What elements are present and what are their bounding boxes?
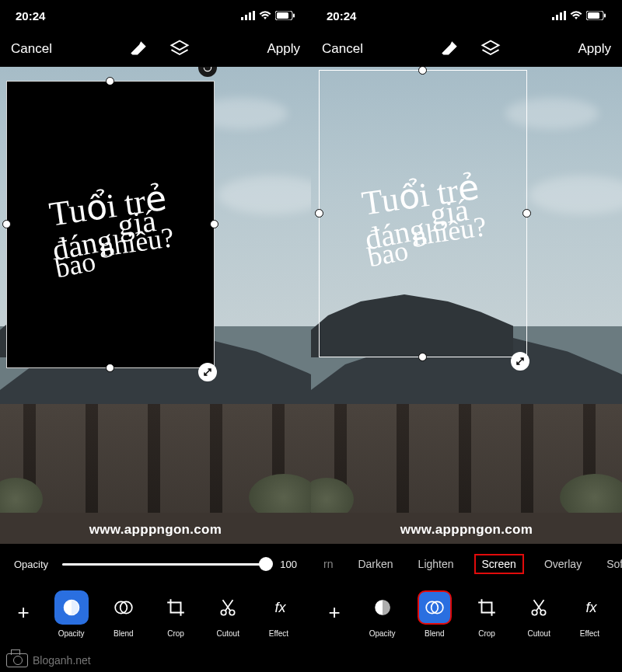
eraser-icon[interactable] — [439, 39, 460, 59]
wifi-icon — [259, 11, 271, 20]
cancel-button[interactable]: Cancel — [11, 41, 52, 57]
camera-icon — [6, 653, 28, 667]
svg-rect-6 — [293, 14, 295, 18]
overlay-layer[interactable]: Tuổi trẻ đáng giá bao nhiêu? — [319, 70, 527, 357]
tool-cutout[interactable]: Cutout — [513, 590, 565, 638]
expand-handle[interactable] — [198, 363, 217, 381]
top-bar: Cancel Apply — [0, 31, 311, 67]
blend-mode-item[interactable]: Lighten — [414, 555, 459, 573]
fx-icon: fx — [585, 600, 596, 616]
tool-effects[interactable]: fx Effect — [565, 590, 617, 638]
cancel-button[interactable]: Cancel — [322, 41, 363, 57]
cutout-icon — [529, 597, 549, 618]
apply-button[interactable]: Apply — [578, 41, 611, 57]
status-time: 20:24 — [16, 9, 45, 23]
svg-rect-3 — [253, 11, 255, 20]
overlay-layer[interactable]: Tuổi trẻ đáng giá bao nhiêu? — [6, 81, 215, 368]
opacity-icon — [61, 597, 82, 618]
blend-icon — [114, 597, 134, 618]
overlay-text: Tuổi trẻ đáng giá bao nhiêu? — [311, 67, 545, 370]
handle-left[interactable] — [315, 209, 323, 218]
layers-icon[interactable] — [480, 38, 501, 60]
opacity-slider-row: Opacity 100 — [0, 544, 311, 584]
status-bar: 20:24 — [311, 0, 622, 31]
tool-opacity[interactable]: Opacity — [45, 590, 97, 638]
svg-rect-15 — [560, 12, 562, 20]
status-bar: 20:24 — [0, 0, 311, 31]
rotate-icon — [202, 67, 213, 73]
opacity-icon — [372, 597, 393, 618]
expand-handle[interactable] — [511, 352, 529, 371]
svg-rect-13 — [552, 17, 554, 20]
add-button[interactable]: + — [5, 594, 42, 631]
svg-rect-19 — [604, 14, 606, 18]
blend-icon — [425, 597, 445, 618]
canvas[interactable]: Tuổi trẻ đáng giá bao nhiêu? www.apppngo… — [311, 67, 622, 544]
slider-value: 100 — [280, 559, 297, 570]
blend-mode-item[interactable]: Soft Light — [602, 555, 622, 573]
expand-icon — [515, 357, 525, 366]
blend-mode-item[interactable]: Darken — [353, 555, 397, 573]
handle-bottom[interactable] — [418, 353, 427, 361]
tool-bar: + Opacity Blend Crop Cutout fx Effect — [311, 584, 622, 662]
signal-icon — [552, 11, 566, 20]
battery-icon — [586, 11, 606, 20]
tool-crop[interactable]: Crop — [460, 590, 512, 638]
svg-rect-14 — [556, 15, 558, 20]
cutout-icon — [218, 597, 238, 618]
handle-top[interactable] — [106, 77, 114, 85]
blend-mode-row[interactable]: rn Darken Lighten Screen Overlay Soft Li… — [311, 544, 622, 584]
top-bar: Cancel Apply — [311, 31, 622, 67]
expand-icon — [203, 367, 212, 377]
svg-rect-2 — [249, 12, 251, 20]
source-watermark: Bloganh.net — [3, 652, 94, 669]
status-time: 20:24 — [327, 9, 356, 23]
canvas[interactable]: Tuổi trẻ đáng giá bao nhiêu? www.apppngo… — [0, 67, 311, 544]
svg-rect-1 — [245, 15, 247, 20]
add-button[interactable]: + — [316, 594, 353, 631]
blend-mode-item-selected[interactable]: Screen — [474, 554, 524, 574]
opacity-slider[interactable] — [62, 563, 266, 566]
wifi-icon — [570, 11, 582, 20]
status-indicators — [241, 11, 295, 20]
svg-rect-0 — [241, 17, 243, 20]
apply-button[interactable]: Apply — [267, 41, 300, 57]
tool-effects[interactable]: fx Effect — [254, 590, 306, 638]
tool-blend[interactable]: Blend — [97, 590, 149, 638]
tool-crop[interactable]: Crop — [149, 590, 201, 638]
eraser-icon[interactable] — [128, 39, 149, 59]
screen-right: 20:24 Cancel Apply — [311, 0, 622, 672]
crop-icon — [477, 597, 497, 618]
handle-left[interactable] — [2, 220, 11, 228]
screen-left: 20:24 Cancel Apply — [0, 0, 311, 672]
tool-cutout[interactable]: Cutout — [202, 590, 254, 638]
fx-icon: fx — [274, 600, 285, 616]
handle-bottom[interactable] — [106, 364, 114, 372]
status-indicators — [552, 11, 606, 20]
slider-label: Opacity — [14, 559, 48, 570]
watermark: www.apppngon.com — [0, 522, 311, 538]
handle-right[interactable] — [210, 220, 218, 228]
overlay-text: Tuổi trẻ đáng giá bao nhiêu? — [0, 68, 232, 380]
battery-icon — [275, 11, 295, 20]
crop-icon — [166, 597, 186, 618]
handle-right[interactable] — [522, 209, 531, 218]
layers-icon[interactable] — [169, 38, 190, 60]
tool-blend[interactable]: Blend — [408, 590, 460, 638]
blend-mode-item[interactable]: rn — [319, 555, 337, 573]
svg-rect-18 — [588, 12, 599, 19]
tool-opacity[interactable]: Opacity — [356, 590, 408, 638]
watermark: www.apppngon.com — [311, 522, 622, 538]
svg-rect-16 — [564, 11, 566, 20]
tool-bar: + Opacity Blend Crop Cutout fx Effect — [0, 584, 311, 662]
blend-mode-item[interactable]: Overlay — [540, 555, 586, 573]
signal-icon — [241, 11, 255, 20]
svg-rect-5 — [277, 12, 288, 19]
